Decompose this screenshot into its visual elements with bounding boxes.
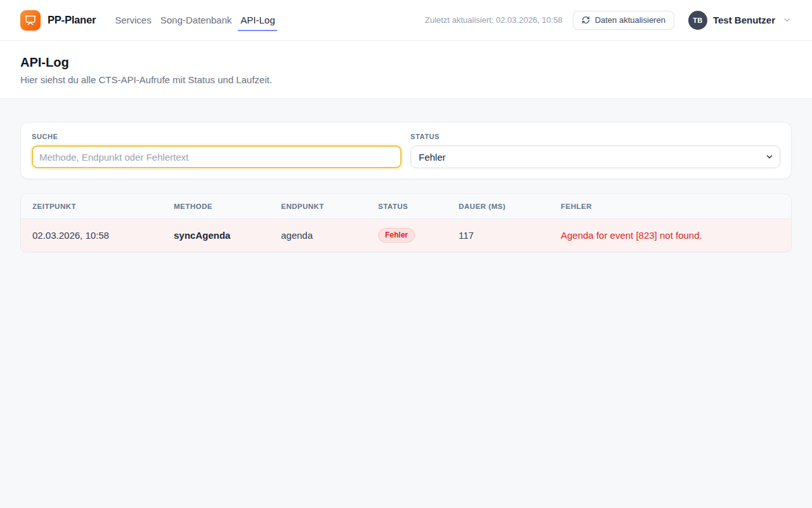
page-title: API-Log bbox=[20, 55, 792, 70]
column-header-status: STATUS bbox=[368, 194, 449, 219]
cell-methode: syncAgenda bbox=[164, 219, 271, 252]
page-subtitle: Hier siehst du alle CTS-API-Aufrufe mit … bbox=[20, 74, 792, 85]
column-header-zeitpunkt: ZEITPUNKT bbox=[21, 194, 164, 219]
app-logo bbox=[20, 10, 41, 30]
avatar: TB bbox=[688, 11, 707, 30]
table-header: ZEITPUNKT METHODE ENDPUNKT STATUS DAUER … bbox=[21, 194, 791, 219]
api-log-table-card: ZEITPUNKT METHODE ENDPUNKT STATUS DAUER … bbox=[20, 194, 792, 252]
brand-home-link[interactable]: PP-Planer bbox=[20, 10, 96, 30]
nav-item-services[interactable]: Services bbox=[112, 15, 154, 31]
status-field: STATUS Fehler bbox=[410, 133, 780, 168]
status-field-label: STATUS bbox=[410, 133, 780, 140]
search-input[interactable] bbox=[32, 145, 402, 168]
chevron-down-icon bbox=[782, 15, 792, 25]
brand-name: PP-Planer bbox=[48, 14, 96, 26]
page-header: API-Log Hier siehst du alle CTS-API-Aufr… bbox=[0, 41, 812, 99]
cell-zeitpunkt: 02.03.2026, 10:58 bbox=[21, 219, 164, 252]
cell-dauer: 117 bbox=[449, 219, 551, 252]
user-name: Test Benutzer bbox=[713, 15, 775, 25]
filter-card: SUCHE STATUS Fehler bbox=[20, 122, 792, 179]
cell-fehler: Agenda for event [823] not found. bbox=[551, 219, 791, 252]
main-content: SUCHE STATUS Fehler bbox=[0, 99, 812, 275]
main-nav: Services Song-Datenbank API-Log bbox=[112, 9, 277, 31]
column-header-dauer: DAUER (MS) bbox=[449, 194, 551, 219]
presentation-icon bbox=[25, 15, 36, 26]
column-header-methode: METHODE bbox=[164, 194, 271, 219]
refresh-icon bbox=[582, 16, 590, 24]
last-updated-text: Zuletzt aktualisiert: 02.03.2026, 10:58 bbox=[425, 15, 563, 25]
status-select[interactable]: Fehler bbox=[410, 145, 780, 168]
api-log-table: ZEITPUNKT METHODE ENDPUNKT STATUS DAUER … bbox=[21, 194, 791, 251]
table-row: 02.03.2026, 10:58 syncAgenda agenda Fehl… bbox=[21, 219, 791, 252]
refresh-data-button[interactable]: Daten aktualisieren bbox=[573, 11, 674, 30]
user-menu[interactable]: TB Test Benutzer bbox=[688, 11, 792, 30]
cell-status: Fehler bbox=[368, 219, 449, 252]
column-header-endpunkt: ENDPUNKT bbox=[271, 194, 368, 219]
status-select-wrap: Fehler bbox=[410, 145, 780, 168]
nav-item-song-datenbank[interactable]: Song-Datenbank bbox=[158, 15, 235, 31]
search-field: SUCHE bbox=[32, 133, 402, 168]
nav-item-api-log[interactable]: API-Log bbox=[238, 15, 277, 31]
refresh-button-label: Daten aktualisieren bbox=[595, 15, 665, 25]
topbar-right: Zuletzt aktualisiert: 02.03.2026, 10:58 … bbox=[425, 11, 792, 30]
status-badge: Fehler bbox=[378, 228, 415, 243]
column-header-fehler: FEHLER bbox=[551, 194, 791, 219]
top-navbar: PP-Planer Services Song-Datenbank API-Lo… bbox=[0, 0, 812, 41]
search-field-label: SUCHE bbox=[32, 133, 402, 140]
cell-endpunkt: agenda bbox=[271, 219, 368, 252]
